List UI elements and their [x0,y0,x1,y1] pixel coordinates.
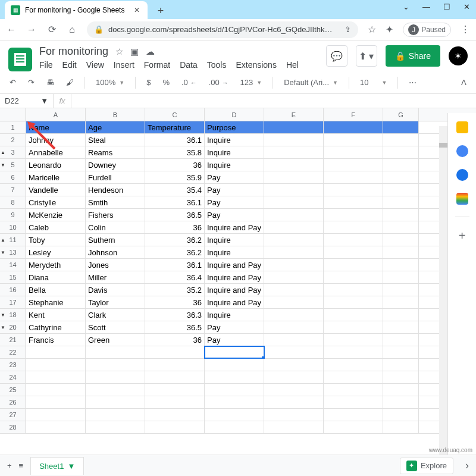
cell[interactable] [264,234,324,246]
row-header[interactable]: 21 [0,334,26,346]
maximize-icon[interactable]: ☐ [443,2,450,11]
cell[interactable] [324,284,383,296]
side-panel-toggle-icon[interactable]: › [465,459,469,472]
cell[interactable] [324,321,383,333]
cell[interactable]: Merydeth [26,259,86,271]
star-icon[interactable]: ☆ [115,46,123,57]
cell[interactable] [145,371,205,383]
cell[interactable] [264,409,324,421]
cell[interactable]: Kent [26,309,86,321]
tasks-icon[interactable] [456,145,468,157]
cell[interactable] [264,259,324,271]
cell[interactable]: 35.4 [145,184,205,196]
cell[interactable] [324,371,383,383]
account-avatar-icon[interactable]: ✶ [449,46,468,65]
cell[interactable] [264,296,324,308]
row-header[interactable]: 11▲ [0,234,26,246]
cell[interactable] [383,209,419,221]
share-button[interactable]: 🔒 Share [386,45,440,67]
cell[interactable]: Inquire and Pay [205,271,264,283]
cell[interactable] [324,309,383,321]
row-header[interactable]: 14 [0,259,26,271]
cell[interactable]: Name [26,121,86,133]
cell[interactable] [383,384,419,396]
menu-format[interactable]: Format [144,60,170,70]
cell[interactable]: 35.2 [145,284,205,296]
cell[interactable]: Toby [26,234,86,246]
row-header[interactable]: 22 [0,346,26,358]
cell[interactable] [26,409,86,421]
cell[interactable]: Vandelle [26,184,86,196]
row-header[interactable]: 9 [0,209,26,221]
sheet-tab-menu-icon[interactable]: ▼ [67,462,75,471]
percent-icon[interactable]: % [159,76,173,89]
cell[interactable] [383,421,419,433]
cell[interactable] [145,359,205,371]
cell[interactable]: Miller [86,271,145,283]
row-header[interactable]: 8 [0,196,26,208]
cell[interactable]: Temperature [145,121,205,133]
cell[interactable] [264,134,324,146]
cell[interactable]: Suthern [86,234,145,246]
cell[interactable]: Cristylle [26,196,86,208]
cell[interactable] [26,359,86,371]
row-header[interactable]: 3▲ [0,146,26,158]
cell[interactable] [145,409,205,421]
cell[interactable] [324,121,383,133]
cell[interactable] [383,359,419,371]
cell[interactable] [205,409,264,421]
cell[interactable] [264,371,324,383]
redo-icon[interactable]: ↷ [24,76,38,89]
menu-extensions[interactable]: Extensions [236,60,276,70]
cell[interactable] [383,134,419,146]
menu-file[interactable]: File [39,60,53,70]
cell[interactable]: Age [86,121,145,133]
cell[interactable]: Leonardo [26,159,86,171]
cell[interactable]: 36.2 [145,246,205,258]
add-addon-icon[interactable]: + [459,229,466,243]
cell[interactable] [264,309,324,321]
cell[interactable] [205,359,264,371]
cell[interactable] [383,309,419,321]
row-header[interactable]: 6 [0,171,26,183]
cell[interactable] [26,384,86,396]
cell[interactable] [264,209,324,221]
cell[interactable] [264,146,324,158]
comments-icon[interactable]: 💬 [326,45,347,67]
more-toolbar-icon[interactable]: ⋯ [405,76,420,89]
all-sheets-icon[interactable]: ≡ [19,461,24,470]
cell[interactable] [264,246,324,258]
cell[interactable] [324,184,383,196]
row-header[interactable]: 26 [0,396,26,408]
name-box[interactable]: D22▼ [0,94,54,108]
cell[interactable]: 36.4 [145,271,205,283]
new-tab-button[interactable]: + [152,2,169,19]
row-header[interactable]: 7 [0,184,26,196]
url-input[interactable]: 🔒 docs.google.com/spreadsheets/d/1CgjPIV… [87,21,358,38]
cell[interactable]: Pay [205,171,264,183]
cell[interactable]: Pay [205,184,264,196]
row-header[interactable]: 27 [0,409,26,421]
cell[interactable]: Inquire [205,234,264,246]
doc-title[interactable]: For monitoring [39,45,108,58]
cell[interactable] [145,421,205,433]
cell[interactable] [324,421,383,433]
close-tab-icon[interactable]: ✕ [132,5,142,15]
cell[interactable] [383,334,419,346]
cell[interactable] [264,396,324,408]
row-header[interactable]: 1 [0,121,26,133]
cell[interactable] [324,296,383,308]
paint-format-icon[interactable]: 🖌 [62,76,77,89]
cell[interactable]: Davis [86,284,145,296]
cell[interactable] [383,371,419,383]
cell[interactable]: Colin [86,221,145,233]
cell[interactable] [324,234,383,246]
sheet-tab[interactable]: Sheet1 ▼ [30,457,84,475]
cell[interactable] [383,234,419,246]
cell[interactable] [324,359,383,371]
cell[interactable] [264,184,324,196]
cell[interactable]: 36 [145,334,205,346]
keep-icon[interactable] [456,121,468,133]
cell[interactable]: 35.9 [145,171,205,183]
cell[interactable]: 36.5 [145,321,205,333]
